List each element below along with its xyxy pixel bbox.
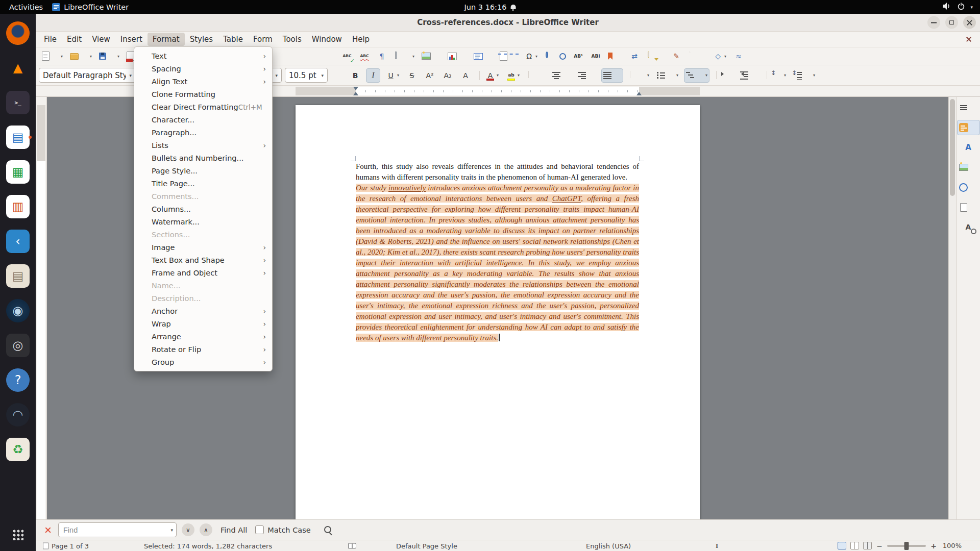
decrease-indent-button[interactable]: ▾: [738, 68, 760, 83]
insert-textbox-button[interactable]: ▾: [472, 49, 495, 63]
find-all-button[interactable]: Find All: [217, 526, 250, 534]
italic-button[interactable]: I ▾: [366, 68, 380, 83]
special-character-button[interactable]: Ω ▾: [522, 49, 540, 63]
strikethrough-button[interactable]: S ▾: [405, 68, 419, 83]
insert-image-button[interactable]: ▾: [420, 49, 443, 63]
format-menu-wrap[interactable]: Wrap ›: [134, 317, 272, 330]
format-menu-anchor[interactable]: Anchor ›: [134, 305, 272, 317]
zoom-slider[interactable]: [887, 545, 926, 547]
auto-spellcheck-button[interactable]: ABC ▾: [357, 49, 372, 63]
selected-tracked-paragraph[interactable]: Our study innovatively introduces anxiou…: [356, 183, 639, 343]
close-document-button[interactable]: [964, 35, 973, 44]
dock-files[interactable]: ▤: [4, 264, 32, 288]
insert-line-button[interactable]: ▾: [694, 49, 708, 63]
spelling-button[interactable]: ABC ▾: [340, 49, 354, 63]
multi-page-view-button[interactable]: [850, 542, 859, 549]
menu-format[interactable]: Format: [148, 33, 185, 46]
insert-cross-reference-button[interactable]: ⇄ ▾: [627, 49, 642, 63]
superscript-button[interactable]: A² ▾: [423, 68, 437, 83]
basic-shapes-button[interactable]: ◇ ▾: [711, 49, 728, 63]
sidebar-properties-tab[interactable]: ▾: [957, 120, 980, 135]
unordered-list-button[interactable]: ▾: [634, 68, 651, 83]
dock-vscode[interactable]: ‹: [4, 229, 32, 254]
find-previous-button[interactable]: ∧: [200, 523, 212, 536]
insert-hyperlink-button[interactable]: ▾: [550, 49, 568, 63]
right-indent-marker[interactable]: [636, 92, 642, 95]
new-document-button[interactable]: ▾: [40, 49, 65, 63]
insert-endnote-button[interactable]: ABi ▾: [589, 49, 603, 63]
underline-button[interactable]: U ▾: [384, 68, 401, 83]
sidebar-page-tab[interactable]: ▾: [958, 199, 979, 215]
insert-chart-button[interactable]: ▾: [446, 49, 469, 63]
first-line-indent-marker[interactable]: [353, 87, 358, 90]
title-bar[interactable]: Cross-references.docx - LibreOffice Writ…: [36, 14, 980, 32]
paragraph-spacing-button[interactable]: ▾: [792, 68, 817, 83]
find-next-button[interactable]: ∨: [182, 523, 194, 536]
combo-dropdown-icon[interactable]: ▾: [126, 73, 132, 78]
dock-libreoffice-impress[interactable]: ▥: [4, 194, 32, 219]
show-applications-button[interactable]: [6, 524, 30, 545]
single-page-view-button[interactable]: [838, 542, 846, 549]
power-icon[interactable]: [957, 2, 965, 12]
dock-libreoffice-writer[interactable]: ▤: [4, 125, 32, 149]
dock-help[interactable]: ?: [4, 368, 32, 392]
format-menu-description[interactable]: Description... ›: [134, 292, 272, 305]
paragraph-style-combo[interactable]: Default Paragraph Style ▾: [39, 68, 136, 83]
menu-styles[interactable]: Styles: [185, 33, 218, 46]
vertical-ruler[interactable]: [36, 97, 47, 519]
format-menu-clear-direct-formatting[interactable]: Clear Direct Formatting Ctrl+M ›: [134, 101, 272, 113]
find-history-dropdown-icon[interactable]: ▾: [170, 528, 173, 533]
dock-vlc[interactable]: ▲: [4, 56, 32, 80]
format-menu-paragraph[interactable]: Paragraph... ›: [134, 126, 272, 139]
zoom-out-button[interactable]: −: [876, 542, 883, 550]
dock-firefox[interactable]: [4, 21, 32, 45]
activities-button[interactable]: Activities: [9, 3, 43, 11]
sidebar-style-inspector-tab[interactable]: A ▾: [960, 219, 977, 235]
format-menu-clone-formatting[interactable]: Clone Formatting ›: [134, 88, 272, 101]
subscript-button[interactable]: A₂ ▾: [440, 68, 455, 83]
system-menu-chevron-icon[interactable]: ▾: [970, 5, 973, 10]
font-size-combo[interactable]: 10.5 pt ▾: [285, 68, 328, 83]
menu-form[interactable]: Form: [248, 33, 278, 46]
book-view-button[interactable]: [863, 542, 872, 549]
justified-button[interactable]: ▾: [601, 68, 623, 83]
close-find-bar-button[interactable]: [43, 525, 53, 535]
sidebar-gallery-tab[interactable]: ▾: [957, 160, 980, 175]
menu-table[interactable]: Table: [218, 33, 248, 46]
find-and-replace-icon[interactable]: [323, 525, 333, 535]
formatting-marks-button[interactable]: ¶ ▾: [375, 49, 389, 63]
format-menu-group[interactable]: Group ›: [134, 356, 272, 368]
open-button[interactable]: ▾: [68, 49, 94, 63]
clock-button[interactable]: Jun 3 16:16: [464, 3, 516, 11]
dock-terminal[interactable]: >_: [4, 90, 32, 115]
format-menu-lists[interactable]: Lists ›: [134, 139, 272, 152]
freeform-line-button[interactable]: ≈ ▾: [731, 49, 746, 63]
align-center-button[interactable]: ▾: [550, 68, 572, 83]
body-paragraph[interactable]: Fourth, this study also reveals differen…: [356, 161, 639, 183]
increase-indent-button[interactable]: ▾: [720, 68, 734, 83]
format-menu-bullets-numbering[interactable]: Bullets and Numbering... ›: [134, 152, 272, 164]
insert-footnote-button[interactable]: AB¹ ▾: [571, 49, 585, 63]
page-number-status[interactable]: Page 1 of 3: [43, 542, 89, 549]
format-menu-name[interactable]: Name... ›: [134, 279, 272, 292]
align-right-button[interactable]: ▾: [576, 68, 598, 83]
format-menu-text[interactable]: Text ›: [134, 49, 272, 62]
language-status[interactable]: English (USA): [586, 542, 631, 549]
close-button[interactable]: [963, 16, 976, 29]
save-button[interactable]: ▾: [97, 49, 121, 63]
format-menu-columns[interactable]: Columns... ›: [134, 203, 272, 215]
format-menu-frame-and-object[interactable]: Frame and Object ›: [134, 266, 272, 279]
dock-libreoffice-calc[interactable]: ▦: [4, 160, 32, 184]
align-left-button[interactable]: ▾: [532, 68, 547, 83]
format-menu-comments[interactable]: Comments... ›: [134, 190, 272, 203]
menu-file[interactable]: File: [39, 33, 62, 46]
format-menu-watermark[interactable]: Watermark... ›: [134, 215, 272, 228]
bold-button[interactable]: B ▾: [348, 68, 362, 83]
menu-insert[interactable]: Insert: [115, 33, 148, 46]
vertical-scrollbar[interactable]: [948, 97, 956, 519]
format-menu-text-box-and-shape[interactable]: Text Box and Shape ›: [134, 254, 272, 266]
minimize-button[interactable]: [927, 16, 940, 29]
dock-cheese[interactable]: ◎: [4, 333, 32, 358]
zoom-in-button[interactable]: +: [930, 542, 937, 550]
sidebar-styles-tab[interactable]: A ▾: [960, 140, 977, 155]
